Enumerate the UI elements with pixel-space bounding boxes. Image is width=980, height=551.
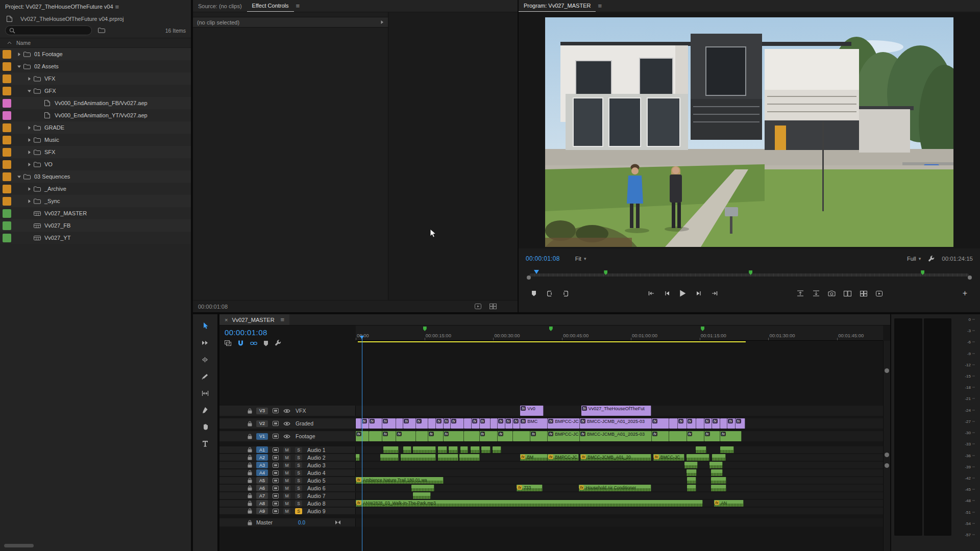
clip[interactable]: fx: [356, 431, 369, 441]
selection-tool[interactable]: [199, 320, 212, 331]
clip[interactable]: [711, 485, 726, 491]
panel-menu-icon[interactable]: ≡: [598, 2, 602, 10]
lift-button[interactable]: [793, 287, 807, 299]
sequence-marker[interactable]: [701, 327, 704, 331]
solo-button[interactable]: S: [295, 478, 302, 484]
clip[interactable]: fx: [444, 431, 464, 441]
clip[interactable]: fx: [472, 418, 479, 429]
chevron-right-icon[interactable]: [26, 77, 33, 81]
track-lane-a1[interactable]: [356, 446, 883, 453]
clip[interactable]: fxBMPCC-JC: [548, 431, 580, 441]
scrubber-zoom-handle[interactable]: [968, 276, 972, 280]
track-lock-icon[interactable]: [248, 508, 252, 514]
timeline-timecode[interactable]: 00:00:01:08: [225, 328, 267, 337]
clip[interactable]: fx: [428, 431, 444, 441]
chevron-right-icon[interactable]: [26, 187, 33, 191]
track-name-box[interactable]: A4: [256, 469, 268, 476]
clip[interactable]: fxAN: [714, 500, 744, 507]
clip[interactable]: fx: [678, 418, 687, 429]
track-output-eye-icon[interactable]: [283, 434, 290, 439]
tree-item[interactable]: _Archive: [0, 183, 191, 195]
clip[interactable]: fx: [530, 431, 548, 441]
clip[interactable]: [411, 485, 434, 491]
go-to-out-button[interactable]: [707, 287, 721, 299]
timeline-wrench-icon[interactable]: [275, 340, 281, 346]
mute-button[interactable]: M: [283, 493, 290, 499]
snap-icon[interactable]: [237, 340, 244, 346]
clip[interactable]: [438, 454, 458, 461]
sequence-marker[interactable]: [423, 327, 427, 331]
sequence-marker[interactable]: [549, 327, 553, 331]
track-lock-icon[interactable]: [248, 421, 252, 427]
clip[interactable]: fx: [652, 418, 669, 429]
project-file-row[interactable]: Vv027_TheHouseOfTheFuture v04.prproj: [0, 13, 191, 24]
chevron-right-icon[interactable]: [26, 199, 33, 204]
search-field[interactable]: [18, 28, 84, 34]
clip[interactable]: [669, 431, 687, 441]
ec-play-icon[interactable]: [475, 304, 481, 309]
track-lock-icon[interactable]: [248, 520, 252, 525]
tree-item[interactable]: VFX: [0, 72, 191, 85]
search-bin-icon[interactable]: [97, 28, 106, 33]
track-lock-icon[interactable]: [248, 434, 252, 439]
clip[interactable]: fxVv0: [520, 406, 544, 416]
search-input[interactable]: [5, 26, 92, 35]
clip[interactable]: [684, 462, 698, 468]
sync-lock-icon[interactable]: [273, 493, 279, 498]
chevron-down-icon[interactable]: [16, 65, 22, 68]
chevron-right-icon[interactable]: [26, 162, 33, 167]
play-button[interactable]: [676, 287, 690, 299]
type-tool[interactable]: [199, 438, 212, 449]
track-lane-a5[interactable]: fxAmbience Nature Trail 180 01.wa: [356, 477, 883, 484]
clip[interactable]: fx: [416, 418, 428, 429]
linked-selection-icon[interactable]: [250, 341, 257, 346]
track-name-box[interactable]: V3: [256, 408, 268, 414]
clip[interactable]: [459, 454, 480, 461]
clip[interactable]: fx: [687, 431, 704, 441]
clip[interactable]: [356, 418, 361, 429]
clip[interactable]: fx: [382, 431, 396, 441]
step-back-button[interactable]: [660, 287, 674, 299]
scroll-knob[interactable]: [885, 463, 889, 468]
tree-item[interactable]: Vv000_EndAnimation_FB/Vv027.aep: [0, 97, 191, 109]
clip[interactable]: [464, 431, 480, 441]
clip[interactable]: fxANW2828_03_Walk-In-The-Park.mp3: [356, 500, 703, 507]
clip[interactable]: fx: [687, 418, 697, 429]
clip[interactable]: [513, 431, 530, 441]
track-lock-icon[interactable]: [248, 478, 252, 483]
clip[interactable]: [438, 446, 447, 453]
clip[interactable]: fx: [505, 418, 513, 429]
clip[interactable]: fx: [361, 418, 369, 429]
track-name-box[interactable]: V2: [256, 420, 268, 427]
track-lane-a9[interactable]: [356, 508, 883, 514]
export-frame-button[interactable]: [825, 287, 839, 299]
clip[interactable]: [696, 418, 704, 429]
proxy-toggle-button[interactable]: [872, 287, 886, 299]
track-lane-v3[interactable]: fxVv0fxVv027_TheHouseOfTheFut: [356, 406, 883, 416]
pen-tool[interactable]: [199, 405, 212, 415]
clip[interactable]: fx: [513, 418, 520, 429]
mute-button[interactable]: M: [283, 455, 290, 461]
track-lane-a4[interactable]: [356, 469, 883, 476]
chevron-right-icon[interactable]: [26, 138, 33, 142]
clip[interactable]: [491, 418, 498, 429]
track-lane-v1[interactable]: fxfxfxfxfxfxfxfxfxBMPCC-JCfxBMCC-JCMB_A0…: [356, 431, 883, 441]
chevron-right-icon[interactable]: [16, 52, 22, 57]
track-name-box[interactable]: A6: [256, 485, 268, 491]
solo-button[interactable]: S: [295, 462, 302, 468]
clip[interactable]: fx: [498, 431, 513, 441]
clip[interactable]: [709, 462, 723, 468]
tree-item[interactable]: SFX: [0, 146, 191, 158]
ec-grid-icon[interactable]: [489, 304, 497, 309]
mute-button[interactable]: M: [283, 508, 290, 514]
tree-item[interactable]: GFX: [0, 85, 191, 97]
clip[interactable]: [396, 418, 403, 429]
clip[interactable]: fx: [720, 431, 742, 441]
master-volume-value[interactable]: 0.0: [298, 520, 305, 525]
clip[interactable]: [493, 446, 501, 453]
track-lane-a3[interactable]: [356, 462, 883, 468]
sync-lock-icon[interactable]: [273, 447, 279, 453]
playback-resolution-dropdown[interactable]: Full ▾: [907, 256, 921, 262]
clip[interactable]: fx: [451, 418, 464, 429]
sync-lock-icon[interactable]: [273, 470, 279, 475]
